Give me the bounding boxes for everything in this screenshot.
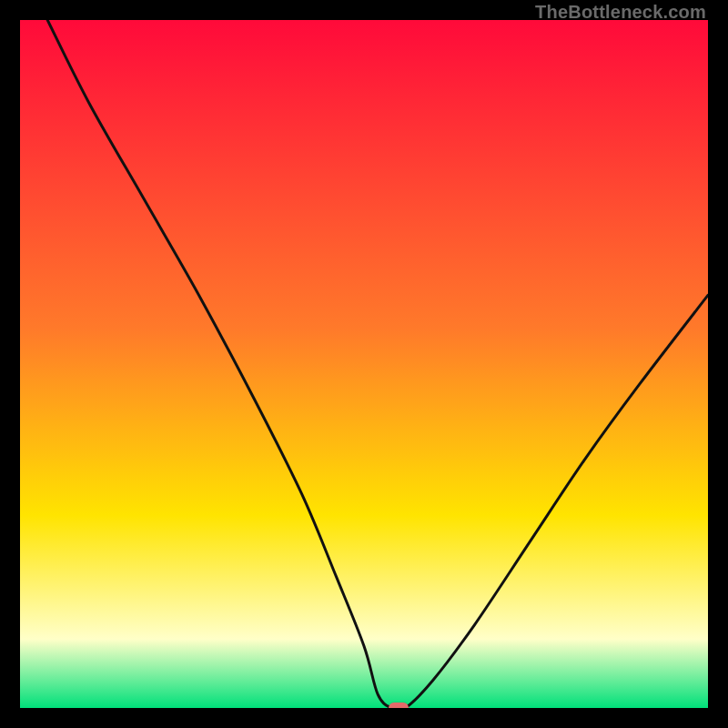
chart-frame: { "watermark": "TheBottleneck.com", "col… xyxy=(0,0,728,728)
optimal-marker xyxy=(389,703,409,708)
curve-layer xyxy=(20,20,708,708)
bottleneck-curve xyxy=(47,20,708,708)
plot-area xyxy=(20,20,708,708)
